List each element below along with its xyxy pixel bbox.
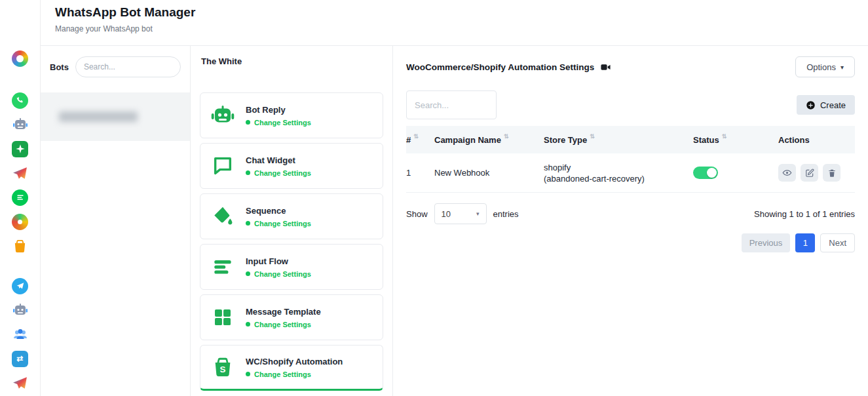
grid-icon bbox=[210, 304, 236, 330]
telegram-icon[interactable] bbox=[12, 277, 29, 294]
cell-actions bbox=[778, 164, 855, 182]
page-1-button[interactable]: 1 bbox=[795, 233, 815, 252]
page-subtitle: Manage your WhatsApp bot bbox=[55, 24, 195, 33]
trash-icon bbox=[827, 168, 837, 178]
previous-page-button[interactable]: Previous bbox=[742, 233, 791, 252]
chat-green-icon[interactable] bbox=[12, 189, 29, 206]
cell-status bbox=[693, 167, 778, 179]
store-type-line1: shopify bbox=[544, 162, 693, 173]
page-size-value: 10 bbox=[442, 209, 451, 219]
column-header-number[interactable]: # ⇅ bbox=[406, 135, 434, 145]
automation-green-icon[interactable] bbox=[12, 140, 29, 157]
main-panel: Bots The White Bot Reply Change Settings bbox=[41, 45, 868, 396]
team-icon[interactable] bbox=[12, 326, 29, 343]
svg-text:S: S bbox=[220, 365, 226, 374]
column-header-status[interactable]: Status ⇅ bbox=[693, 135, 778, 145]
menu-card-bot-reply[interactable]: Bot Reply Change Settings bbox=[200, 92, 383, 138]
view-button[interactable] bbox=[778, 164, 796, 182]
cell-number: 1 bbox=[406, 168, 434, 178]
menu-card-label: Chat Widget bbox=[246, 155, 311, 165]
app-icon-rail: ⇄ bbox=[0, 0, 41, 396]
menu-card-label: Bot Reply bbox=[246, 105, 311, 115]
delete-button[interactable] bbox=[823, 164, 840, 182]
menu-card-body: WC/Shopify Automation Change Settings bbox=[246, 357, 343, 378]
bots-search-input[interactable] bbox=[75, 56, 181, 77]
menu-card-body: Chat Widget Change Settings bbox=[246, 155, 311, 177]
menu-card-link-row: Change Settings bbox=[246, 270, 311, 278]
table-footer: Show 10 ▾ entries Showing 1 to 1 of 1 en… bbox=[406, 203, 855, 224]
menu-card-label: Message Template bbox=[246, 307, 321, 317]
robot-blue-icon[interactable] bbox=[12, 302, 29, 319]
content-titlebar: WooCommerce/Shopify Automation Settings … bbox=[406, 56, 855, 77]
messenger-colorful-icon-2[interactable] bbox=[12, 374, 29, 391]
telegram-icon bbox=[12, 278, 28, 294]
table-search-input[interactable] bbox=[406, 90, 497, 119]
bots-header: Bots bbox=[41, 46, 190, 77]
menu-card-link-row: Change Settings bbox=[246, 169, 311, 177]
entries-label: entries bbox=[493, 209, 519, 219]
menu-card-input-flow[interactable]: Input Flow Change Settings bbox=[200, 244, 383, 290]
chat-bubble-icon bbox=[210, 153, 236, 179]
table-row: 1 New Webhook shopify (abandoned-cart-re… bbox=[406, 153, 855, 193]
pinwheel-colorful-icon bbox=[12, 214, 28, 230]
change-settings-link[interactable]: Change Settings bbox=[254, 220, 311, 228]
messenger-colorful-icon[interactable] bbox=[12, 165, 29, 182]
toggle-knob bbox=[707, 168, 717, 178]
entries-summary: Showing 1 to 1 of 1 entries bbox=[754, 209, 855, 219]
menu-card-label: WC/Shopify Automation bbox=[246, 357, 343, 366]
status-dot-icon bbox=[246, 120, 250, 125]
status-toggle[interactable] bbox=[693, 167, 718, 179]
page-size-select[interactable]: 10 ▾ bbox=[434, 203, 487, 224]
menu-card-body: Sequence Change Settings bbox=[246, 206, 311, 228]
change-settings-link[interactable]: Change Settings bbox=[254, 270, 311, 278]
status-dot-icon bbox=[246, 372, 250, 376]
sort-icon: ⇅ bbox=[590, 133, 595, 140]
page-title: WhatsApp Bot Manager bbox=[55, 5, 195, 20]
bots-label: Bots bbox=[50, 62, 69, 72]
robot-icon[interactable] bbox=[12, 116, 29, 133]
change-settings-link[interactable]: Change Settings bbox=[254, 119, 311, 127]
menu-card-wc-shopify-automation[interactable]: S WC/Shopify Automation Change Settings bbox=[200, 345, 383, 391]
create-button[interactable]: Create bbox=[797, 95, 855, 115]
column-label: Status bbox=[693, 135, 719, 145]
change-settings-link[interactable]: Change Settings bbox=[254, 169, 311, 177]
whatsapp-bot-manager-screen: ⇄ WhatsApp Bot Manager Manage your Whats… bbox=[0, 0, 868, 396]
sort-icon: ⇅ bbox=[722, 133, 727, 140]
bot-list-item-selected[interactable] bbox=[41, 92, 190, 141]
change-settings-link[interactable]: Change Settings bbox=[254, 370, 311, 378]
next-page-button[interactable]: Next bbox=[820, 233, 855, 252]
table-header-row: # ⇅ Campaign Name ⇅ Store Type ⇅ Status … bbox=[406, 126, 855, 153]
menu-card-body: Bot Reply Change Settings bbox=[246, 105, 311, 127]
menu-card-link-row: Change Settings bbox=[246, 220, 311, 228]
content-title: WooCommerce/Shopify Automation Settings bbox=[406, 62, 594, 72]
column-header-actions: Actions bbox=[778, 135, 855, 145]
pinwheel-colorful-icon[interactable] bbox=[12, 213, 29, 230]
menu-card-body: Message Template Change Settings bbox=[246, 307, 321, 328]
chat-green-icon bbox=[12, 189, 28, 206]
compass-colorful-icon bbox=[12, 50, 28, 67]
whatsapp-icon[interactable] bbox=[12, 92, 29, 109]
store-type-line2: (abandoned-cart-recovery) bbox=[544, 173, 693, 184]
edit-button[interactable] bbox=[801, 164, 818, 182]
options-button[interactable]: Options ▾ bbox=[795, 56, 855, 77]
menu-card-chat-widget[interactable]: Chat Widget Change Settings bbox=[200, 143, 383, 189]
chevron-down-icon: ▾ bbox=[840, 64, 844, 71]
menu-card-sequence[interactable]: Sequence Change Settings bbox=[200, 193, 383, 239]
shopify-bag-icon[interactable] bbox=[12, 237, 29, 254]
menu-card-label: Sequence bbox=[246, 206, 311, 216]
compass-colorful-icon[interactable] bbox=[12, 50, 29, 67]
create-button-label: Create bbox=[820, 100, 846, 110]
column-header-campaign-name[interactable]: Campaign Name ⇅ bbox=[434, 135, 544, 145]
status-dot-icon bbox=[246, 221, 250, 226]
column-label: # bbox=[406, 135, 411, 145]
video-camera-icon[interactable] bbox=[600, 62, 611, 73]
table-toolbar: Create bbox=[406, 90, 855, 119]
change-settings-link[interactable]: Change Settings bbox=[254, 321, 311, 328]
sort-icon: ⇅ bbox=[504, 133, 509, 140]
live-chat-icon[interactable]: ⇄ bbox=[12, 350, 29, 367]
column-header-store-type[interactable]: Store Type ⇅ bbox=[544, 135, 693, 145]
robot-icon bbox=[210, 102, 236, 129]
eye-icon bbox=[782, 168, 792, 178]
menu-card-message-template[interactable]: Message Template Change Settings bbox=[200, 294, 383, 340]
menu-card-label: Input Flow bbox=[246, 256, 311, 266]
